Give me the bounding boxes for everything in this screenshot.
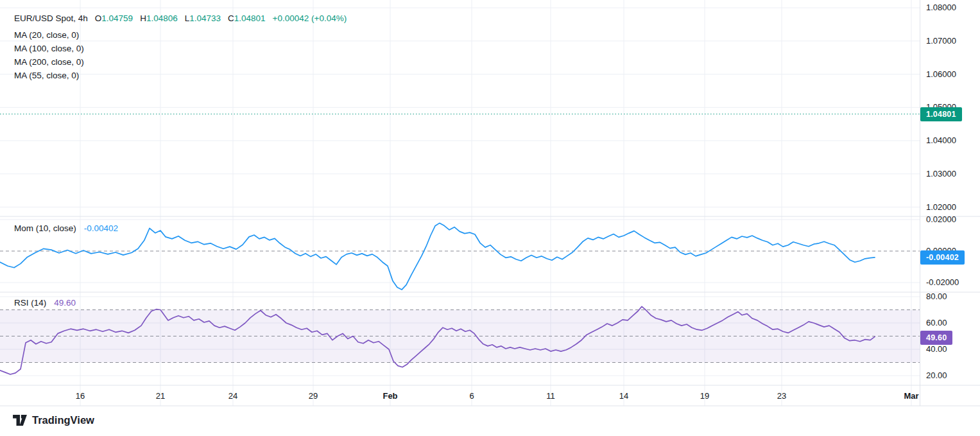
x-axis-label: 11 xyxy=(546,391,555,401)
ma55-legend[interactable]: MA (55, close, 0) xyxy=(14,69,347,82)
ma20-legend[interactable]: MA (20, close, 0) xyxy=(14,28,347,42)
y-axis-label: 40.00 xyxy=(926,344,947,354)
close-value: 1.04801 xyxy=(234,13,266,23)
tradingview-logo[interactable]: TradingView xyxy=(13,414,94,426)
high-label: H xyxy=(140,13,146,23)
rsi-value: 49.60 xyxy=(54,298,76,308)
x-axis-label: 6 xyxy=(469,391,474,401)
ma200-legend[interactable]: MA (200, close, 0) xyxy=(14,55,347,69)
rsi-badge: 49.60 xyxy=(920,331,952,345)
momentum-legend[interactable]: Mom (10, close) -0.00402 xyxy=(14,223,118,233)
y-axis-label: 1.02000 xyxy=(926,202,956,212)
last-price-badge: 1.04801 xyxy=(920,107,962,121)
open-value: 1.04759 xyxy=(101,13,133,23)
y-axis-label: 0.02000 xyxy=(926,214,956,224)
rsi-label: RSI (14) xyxy=(14,298,46,308)
y-axis-label: 80.00 xyxy=(926,292,947,301)
x-axis-label: 23 xyxy=(777,391,786,401)
x-axis-label: Feb xyxy=(383,391,397,401)
chart-window: EUR/USD Spot, 4h O1.04759 H1.04806 L1.04… xyxy=(0,0,980,436)
momentum-badge: -0.00402 xyxy=(920,250,965,265)
low-value: 1.04733 xyxy=(189,13,221,23)
x-axis-label: 21 xyxy=(156,391,165,401)
symbol-legend: EUR/USD Spot, 4h O1.04759 H1.04806 L1.04… xyxy=(14,11,347,82)
ma100-legend[interactable]: MA (100, close, 0) xyxy=(14,42,347,55)
x-axis-label: 24 xyxy=(228,391,237,401)
change-value: +0.00042 (+0.04%) xyxy=(273,13,347,23)
tradingview-wordmark: TradingView xyxy=(32,414,94,426)
low-label: L xyxy=(185,13,190,23)
y-axis-label: 1.04000 xyxy=(926,135,956,145)
momentum-label: Mom (10, close) xyxy=(14,223,76,233)
high-value: 1.04806 xyxy=(146,13,178,23)
x-axis-label: 14 xyxy=(619,391,628,401)
open-label: O xyxy=(95,13,102,23)
y-axis-label: 60.00 xyxy=(926,318,947,327)
tradingview-mark-icon xyxy=(13,415,27,426)
rsi-legend[interactable]: RSI (14) 49.60 xyxy=(14,298,76,308)
y-axis-label: -0.02000 xyxy=(926,277,959,287)
x-axis-label: 19 xyxy=(700,391,709,401)
x-axis-label: Mar xyxy=(904,391,918,401)
symbol-title: EUR/USD Spot, 4h xyxy=(14,13,88,23)
y-axis-label: 1.03000 xyxy=(926,169,956,179)
symbol-title-row[interactable]: EUR/USD Spot, 4h O1.04759 H1.04806 L1.04… xyxy=(14,11,347,25)
y-axis-label: 1.08000 xyxy=(926,3,956,12)
y-axis-label: 20.00 xyxy=(926,371,947,380)
y-axis-label: 1.06000 xyxy=(926,69,956,79)
close-label: C xyxy=(228,13,234,23)
y-axis-label: 1.07000 xyxy=(926,36,956,46)
momentum-value: -0.00402 xyxy=(84,223,118,233)
x-axis-label: 29 xyxy=(309,391,318,401)
x-axis-label: 16 xyxy=(76,391,85,401)
